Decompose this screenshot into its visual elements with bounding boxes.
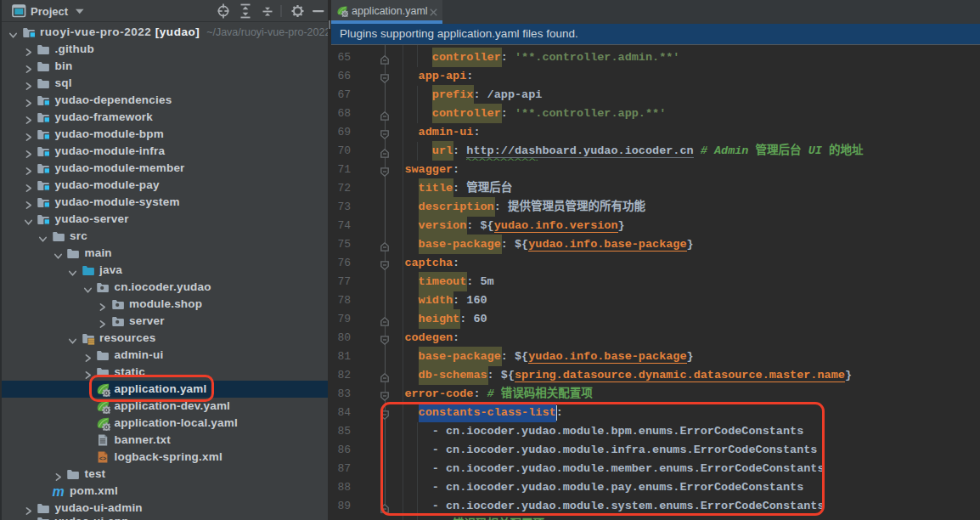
svg-text:<>: <> [99, 455, 106, 462]
